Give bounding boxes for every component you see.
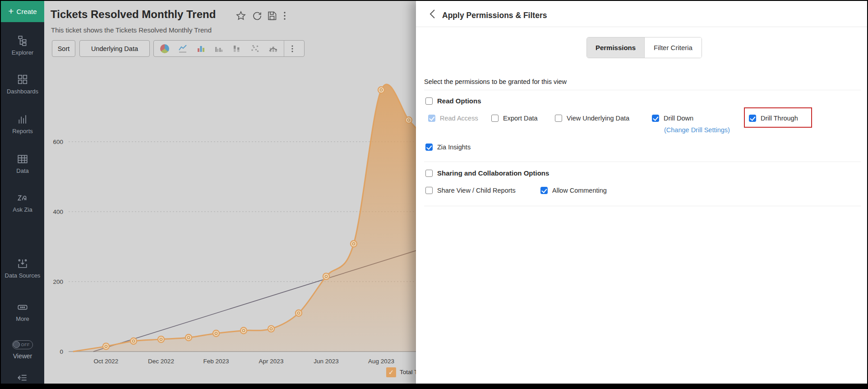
tab-filter-criteria[interactable]: Filter Criteria (644, 37, 702, 58)
share-view-checkbox[interactable] (425, 187, 433, 194)
checkbox-row-read-options[interactable]: Read Options (425, 97, 481, 105)
chart-type-toolbar (153, 40, 305, 57)
sidebar-item-more[interactable]: More (1, 302, 44, 323)
legend-item-total[interactable]: Total T (386, 367, 418, 377)
zia-insights-label: Zia Insights (437, 144, 471, 151)
pie-chart-icon (160, 44, 169, 53)
sidebar-item-reports[interactable]: Reports (1, 114, 44, 135)
favorite-star-button[interactable] (235, 10, 246, 21)
page-subtitle: This ticket shows the Tickets Resolved M… (51, 26, 212, 34)
stacked-bar-type-button[interactable] (231, 43, 243, 55)
series-area-fill (73, 84, 424, 352)
read-access-label: Read Access (440, 115, 478, 122)
sharing-options-checkbox[interactable] (425, 170, 433, 177)
zia-insights-checkbox[interactable] (425, 144, 433, 151)
sidebar: + Create Explorer Dashboards Reports (1, 1, 44, 388)
svg-text:Feb 2023: Feb 2023 (203, 358, 229, 365)
kebab-menu-icon (289, 44, 295, 54)
scatter-type-button[interactable] (249, 43, 261, 55)
drill-down-checkbox[interactable] (652, 115, 659, 122)
view-underlying-data-checkbox[interactable] (555, 115, 562, 122)
checkbox-row-export-data[interactable]: Export Data (491, 115, 538, 122)
sidebar-item-data-sources[interactable]: Data Sources (1, 258, 44, 280)
viewer-toggle[interactable]: OFF (12, 340, 33, 349)
checkbox-row-sharing-options[interactable]: Sharing and Collaboration Options (425, 169, 549, 177)
allow-commenting-checkbox[interactable] (540, 187, 548, 194)
sharing-options-label: Sharing and Collaboration Options (437, 169, 549, 177)
drill-through-checkbox[interactable] (749, 115, 756, 122)
sidebar-label: Data Sources (1, 272, 44, 280)
refresh-button[interactable] (252, 10, 263, 21)
toggle-knob-icon (13, 341, 20, 348)
viewer-toggle-block: OFF Viewer (1, 340, 44, 361)
checkbox-row-drill-down[interactable]: Drill Down (652, 115, 693, 122)
sidebar-item-dashboards[interactable]: Dashboards (1, 74, 44, 96)
read-access-checkbox[interactable] (428, 115, 435, 122)
table-icon (17, 153, 28, 164)
apply-permissions-panel: Apply Permissions & Filters Permissions … (416, 1, 868, 389)
page-title: Tickets Resolved Monthly Trend (51, 8, 216, 21)
sidebar-item-ask-zia[interactable]: Ask Zia (1, 192, 44, 214)
svg-text:0: 0 (60, 348, 63, 355)
checkbox-row-view-underlying-data[interactable]: View Underlying Data (555, 115, 629, 122)
save-button[interactable] (267, 10, 277, 21)
underlying-data-label: Underlying Data (91, 45, 138, 52)
allow-commenting-label: Allow Commenting (552, 187, 607, 194)
underlying-data-button[interactable]: Underlying Data (79, 40, 150, 57)
sidebar-label: Ask Zia (1, 206, 44, 214)
title-more-button[interactable] (282, 10, 288, 21)
instruction-text: Select the permissions to be granted for… (424, 78, 567, 85)
tab-label: Permissions (596, 44, 636, 51)
stacked-bar-icon (232, 44, 242, 54)
ellipsis-icon (17, 302, 28, 312)
drill-through-label: Drill Through (761, 115, 798, 122)
read-options-label: Read Options (437, 97, 481, 105)
export-data-label: Export Data (503, 115, 538, 122)
checkbox-row-zia-insights[interactable]: Zia Insights (425, 144, 471, 151)
pie-chart-type-button[interactable] (159, 43, 171, 55)
read-options-checkbox[interactable] (425, 97, 433, 105)
tab-group: Permissions Filter Criteria (586, 37, 702, 58)
sort-button[interactable]: Sort (52, 40, 75, 57)
export-data-checkbox[interactable] (491, 115, 499, 122)
bar-chart-icon (17, 114, 28, 125)
scatter-plot-icon (250, 44, 260, 54)
toggle-state-label: OFF (21, 342, 30, 347)
sidebar-label: Data (1, 167, 44, 175)
combo-chart-icon (268, 44, 278, 54)
kebab-menu-icon (282, 10, 288, 21)
sort-label: Sort (58, 45, 70, 52)
back-button[interactable] (427, 8, 439, 20)
zia-icon (17, 192, 28, 203)
colored-bar-chart-icon (196, 44, 206, 54)
grouped-bar-type-button[interactable] (213, 43, 225, 55)
divider (424, 162, 861, 162)
divider (424, 206, 861, 206)
chart-types-more-button[interactable] (286, 43, 298, 55)
tab-permissions[interactable]: Permissions (587, 37, 644, 58)
divider (424, 90, 861, 90)
star-icon (235, 10, 246, 21)
legend-label: Total T (400, 369, 418, 375)
save-icon (267, 10, 277, 21)
grid-icon (17, 74, 28, 85)
change-drill-settings-link[interactable]: (Change Drill Settings) (664, 126, 730, 134)
sidebar-item-explorer[interactable]: Explorer (1, 35, 44, 57)
refresh-icon (252, 10, 263, 21)
drill-down-label: Drill Down (664, 115, 693, 122)
combo-chart-type-button[interactable] (267, 43, 279, 55)
view-underlying-data-label: View Underlying Data (567, 115, 629, 122)
line-chart-type-button[interactable] (177, 43, 189, 55)
checkbox-row-read-access[interactable]: Read Access (428, 115, 478, 122)
checkbox-row-allow-commenting[interactable]: Allow Commenting (540, 187, 607, 194)
create-button[interactable]: + Create (1, 1, 44, 22)
bar-chart-type-button[interactable] (195, 43, 207, 55)
svg-text:600: 600 (53, 139, 63, 145)
checkbox-row-share-view[interactable]: Share View / Child Reports (425, 187, 516, 194)
sidebar-item-data[interactable]: Data (1, 153, 44, 175)
tab-label: Filter Criteria (654, 44, 693, 51)
sidebar-label: Explorer (1, 49, 44, 57)
checkbox-row-drill-through[interactable]: Drill Through (749, 115, 798, 122)
svg-text:400: 400 (53, 208, 63, 215)
legend-checkbox-icon[interactable] (386, 367, 396, 377)
